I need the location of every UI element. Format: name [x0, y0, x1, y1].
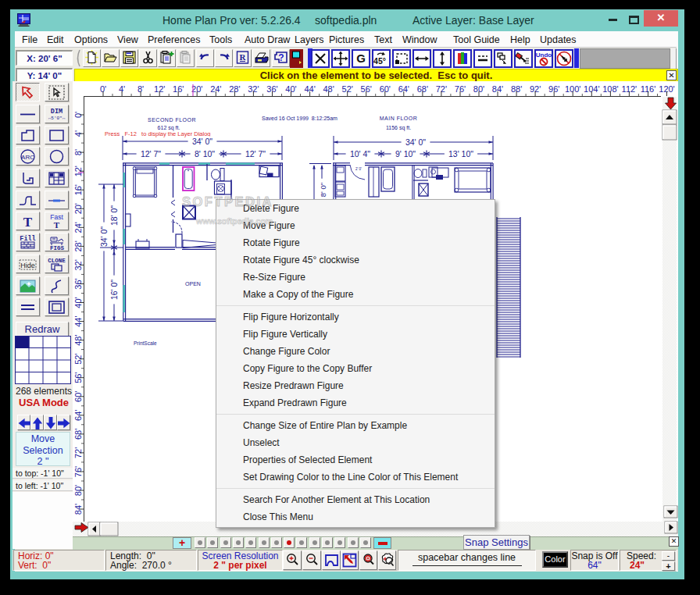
svg-text:Hide: Hide	[20, 262, 35, 269]
svg-text:18' 0": 18' 0"	[109, 205, 119, 226]
svg-text:1156 sq ft.: 1156 sq ft.	[386, 125, 411, 131]
svg-text:45°: 45°	[373, 56, 386, 66]
svg-text:34' 0": 34' 0"	[405, 137, 426, 147]
svg-text:PrintScale: PrintScale	[134, 340, 157, 346]
svg-text:MAIN FLOOR: MAIN FLOOR	[380, 116, 418, 121]
svg-text:12' 7": 12' 7"	[141, 149, 161, 159]
svg-text:OPEN: OPEN	[185, 281, 201, 287]
svg-text:CLONE: CLONE	[48, 258, 66, 264]
svg-text:34' 0": 34' 0"	[192, 137, 212, 146]
svg-text:9' 10": 9' 10"	[395, 149, 416, 159]
svg-text:T: T	[54, 220, 60, 230]
svg-text:8' 0": 8' 0"	[319, 183, 327, 197]
svg-text:12' 7": 12' 7"	[245, 149, 266, 159]
svg-text:R: R	[240, 52, 247, 62]
svg-text:Saved 16 Oct 1999 8:12:25am: Saved 16 Oct 1999 8:12:25am	[262, 116, 338, 121]
svg-text:34' 0": 34' 0"	[99, 226, 109, 247]
svg-text:13' 10": 13' 10"	[448, 149, 473, 159]
svg-text:8' 10": 8' 10"	[195, 149, 215, 159]
svg-text:DIM: DIM	[51, 108, 62, 116]
svg-text:16' 0": 16' 0"	[109, 280, 119, 300]
svg-text:T: T	[23, 215, 33, 230]
svg-text:SECOND FLOOR: SECOND FLOOR	[148, 117, 196, 123]
svg-text:2' 0': 2' 0'	[355, 167, 362, 171]
svg-text:G: G	[356, 52, 366, 65]
svg-text:↔5'0"↔: ↔5'0"↔	[48, 116, 66, 121]
svg-text:?: ?	[278, 52, 284, 63]
svg-text:ARC: ARC	[21, 154, 34, 161]
svg-text:FIGS: FIGS	[50, 245, 65, 251]
svg-text:10' 4": 10' 4"	[350, 149, 370, 159]
